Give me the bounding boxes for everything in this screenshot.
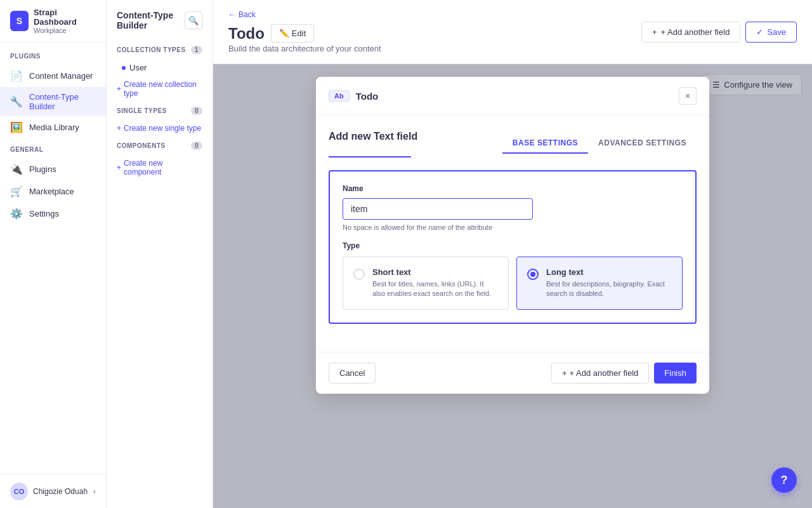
media-library-icon: 🖼️ <box>10 121 23 133</box>
back-button[interactable]: ← Back <box>228 10 381 19</box>
modal-section-title: Add new Text field <box>329 131 417 142</box>
sidebar: S Strapi Dashboard Workplace Plugins 📄 C… <box>0 0 107 508</box>
plugins-icon: 🔌 <box>10 163 23 175</box>
components-section[interactable]: Components 0 <box>107 137 213 155</box>
header-left: ← Back Todo ✏️ Edit Build the data archi… <box>228 10 381 53</box>
collection-types-section[interactable]: Collection Types 1 <box>107 41 213 59</box>
sidebar-item-settings[interactable]: ⚙️ Settings <box>0 203 106 225</box>
single-types-section[interactable]: Single Types 0 <box>107 102 213 120</box>
panel-search-button[interactable]: 🔍 <box>185 11 202 29</box>
add-component-label: Create new component <box>124 159 202 177</box>
pencil-icon: ✏️ <box>279 29 289 38</box>
collapse-button[interactable]: ‹ <box>93 487 96 496</box>
modal-title-row: Ab Todo <box>329 90 378 102</box>
plus-icon: + <box>117 163 121 172</box>
short-text-option[interactable]: Short text Best for titles, names, links… <box>343 257 509 310</box>
plus-icon: + <box>562 368 567 378</box>
edit-label: Edit <box>292 29 306 38</box>
add-another-label: + Add another field <box>570 368 639 378</box>
sidebar-item-label: Content Manager <box>29 71 93 81</box>
modal-footer: Cancel + + Add another field Finish <box>316 352 709 394</box>
panel-item-user[interactable]: User <box>107 59 213 76</box>
short-text-radio[interactable] <box>353 269 365 280</box>
field-name-label: Name <box>343 184 683 193</box>
modal-title-text: Todo <box>356 91 379 102</box>
components-label: Components <box>117 142 166 149</box>
single-types-label: Single Types <box>117 107 167 114</box>
modal-type-badge: Ab <box>329 90 350 102</box>
plugins-label: Plugins <box>0 53 106 65</box>
panel-item-label: User <box>129 63 147 72</box>
add-field-button[interactable]: + + Add another field <box>641 22 740 43</box>
page-title-text: Todo <box>228 25 265 43</box>
app-logo: S Strapi Dashboard Workplace <box>0 0 106 43</box>
main-body: ☰ Configure the view Ab Todo × Add new T… <box>213 64 812 508</box>
add-collection-type[interactable]: + Create new collection type <box>107 76 213 102</box>
field-name-input[interactable] <box>343 198 533 220</box>
page-subtitle: Build the data architecture of your cont… <box>228 44 381 53</box>
marketplace-icon: 🛒 <box>10 185 23 197</box>
panel-title: Content-TypeBuilder <box>117 10 173 30</box>
add-component[interactable]: + Create new component <box>107 155 213 180</box>
help-button[interactable]: ? <box>771 467 797 493</box>
add-field-modal: Ab Todo × Add new Text field BASE SETTIN… <box>316 77 709 394</box>
type-options: Short text Best for titles, names, links… <box>343 257 683 310</box>
tab-advanced-settings[interactable]: ADVANCED SETTINGS <box>588 133 697 154</box>
radio-fill <box>530 272 535 277</box>
sidebar-item-content-type-builder[interactable]: 🔧 Content-Type Builder <box>0 87 106 116</box>
long-text-content: Long text Best for descriptions, biograp… <box>546 267 672 299</box>
plus-icon: + <box>117 84 121 93</box>
edit-button[interactable]: ✏️ Edit <box>271 24 314 43</box>
sidebar-item-label: Plugins <box>29 164 56 174</box>
app-title: Strapi Dashboard <box>34 8 96 27</box>
user-name: Chigozie Oduah <box>33 487 88 496</box>
content-type-builder-icon: 🔧 <box>10 96 23 108</box>
modal-body: Add new Text field BASE SETTINGS ADVANCE… <box>316 116 709 352</box>
cancel-button[interactable]: Cancel <box>329 363 376 384</box>
components-count: 0 <box>191 142 202 150</box>
check-icon: ✓ <box>756 27 763 37</box>
settings-icon: ⚙️ <box>10 208 23 220</box>
single-types-count: 0 <box>191 107 202 115</box>
short-text-content: Short text Best for titles, names, links… <box>372 267 498 299</box>
item-dot <box>122 66 126 70</box>
save-label: Save <box>767 27 786 37</box>
save-button[interactable]: ✓ Save <box>745 22 797 43</box>
sidebar-item-content-manager[interactable]: 📄 Content Manager <box>0 65 106 87</box>
long-text-title: Long text <box>546 267 672 277</box>
modal-close-button[interactable]: × <box>679 87 697 105</box>
sidebar-item-label: Settings <box>29 209 59 218</box>
tab-base-settings[interactable]: BASE SETTINGS <box>502 133 588 154</box>
logo-icon: S <box>10 11 29 31</box>
plus-icon: + <box>652 27 657 37</box>
finish-button[interactable]: Finish <box>654 363 697 384</box>
collection-types-label: Collection Types <box>117 46 186 53</box>
sidebar-item-plugins[interactable]: 🔌 Plugins <box>0 158 106 180</box>
sidebar-item-label: Content-Type Builder <box>29 92 96 111</box>
main-header: ← Back Todo ✏️ Edit Build the data archi… <box>213 0 812 64</box>
panel-header: Content-TypeBuilder 🔍 <box>107 10 213 41</box>
add-single-label: Create new single type <box>124 124 201 133</box>
collection-types-count: 1 <box>191 46 202 54</box>
long-text-desc: Best for descriptions, biography. Exact … <box>546 279 672 299</box>
short-text-desc: Best for titles, names, links (URL). It … <box>372 279 498 299</box>
modal-tabs: BASE SETTINGS ADVANCED SETTINGS <box>502 133 697 153</box>
content-manager-icon: 📄 <box>10 70 23 82</box>
add-single-type[interactable]: + Create new single type <box>107 120 213 137</box>
long-text-option[interactable]: Long text Best for descriptions, biograp… <box>516 257 683 310</box>
add-collection-label: Create new collection type <box>124 80 202 98</box>
modal-header: Ab Todo × <box>316 77 709 116</box>
add-another-field-button[interactable]: + + Add another field <box>551 363 649 384</box>
modal-overlay: Ab Todo × Add new Text field BASE SETTIN… <box>213 64 812 508</box>
app-subtitle: Workplace <box>34 27 96 34</box>
avatar: CO <box>10 483 28 500</box>
sidebar-item-marketplace[interactable]: 🛒 Marketplace <box>0 180 106 203</box>
add-field-label: + Add another field <box>661 27 730 37</box>
header-actions: + + Add another field ✓ Save <box>641 22 797 43</box>
footer-right: + + Add another field Finish <box>551 363 697 384</box>
type-label: Type <box>343 241 683 250</box>
sidebar-bottom: CO Chigozie Oduah ‹ <box>0 474 106 508</box>
sidebar-item-media-library[interactable]: 🖼️ Media Library <box>0 116 106 138</box>
long-text-radio[interactable] <box>527 269 539 280</box>
field-section: Name No space is allowed for the name of… <box>329 170 697 324</box>
